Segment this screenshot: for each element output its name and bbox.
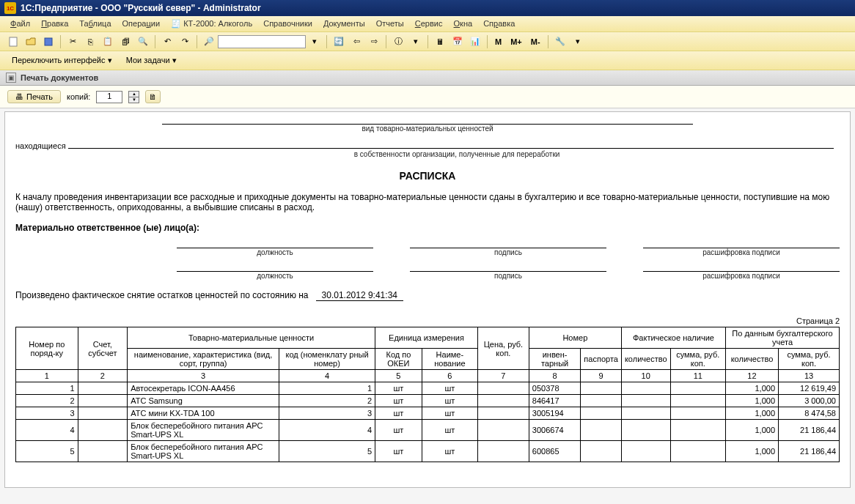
sig-position-2: должность [177,272,373,280]
h-acc-sum: сумма, руб. коп. [779,349,840,370]
signature-row-1: должность подпись расшифровка подписи [177,246,840,256]
inventory-table: Номер по поряд-ку Счет, субсчет Товарно-… [15,327,840,462]
memory-m-plus[interactable]: M+ [506,36,526,48]
h-acc: По данным бухгалтерского учета [725,327,839,349]
menu-table[interactable]: Таблица [75,18,115,29]
doc-copy-icon[interactable]: 🗐 [117,34,133,49]
signature-row-2: должность подпись расшифровка подписи [177,270,840,280]
menu-docs[interactable]: Документы [319,18,370,29]
h-num-inv: инвен-тарный [529,349,581,370]
table-row: 4Блок бесперебойного питания APC Smart-U… [16,420,840,441]
new-icon[interactable] [5,34,21,49]
dropdown-arrow-icon[interactable]: ▾ [307,34,323,49]
chart-icon[interactable]: 📊 [467,34,483,49]
sig-decode-1: расшифровка подписи [643,248,840,256]
copies-input[interactable]: 1 [96,91,122,103]
close-tab-icon[interactable]: ▣ [6,73,16,83]
table-row: 5Блок бесперебойного питания APC Smart-U… [16,441,840,462]
table-row: 3ATC мини KX-TDA 1003штшт30051941,0008 4… [16,407,840,420]
redo-icon[interactable]: ↷ [177,34,193,49]
responsible-persons-label: Материально ответственное (ые) лицо(а): [15,223,840,233]
h-tmc: Товарно-материальные ценности [128,327,375,349]
h-order: Номер по поряд-ку [16,327,78,370]
save-icon[interactable] [40,34,56,49]
h-acc-qty: количество [725,349,778,370]
open-icon[interactable] [23,34,39,49]
menu-help[interactable]: Справка [479,18,519,29]
located-label: находящиеся [15,141,66,150]
sub-toolbar: Переключить интерфейс ▾ Мои задачи ▾ [0,51,855,70]
fact-date: 30.01.2012 9:41:34 [316,290,403,301]
wrench-dd-icon[interactable]: ▾ [570,34,586,49]
main-menu: Файл Правка Таблица Операции 🧾 КТ-2000: … [0,16,855,32]
undo-icon[interactable]: ↶ [159,34,175,49]
search-combo[interactable] [218,35,306,48]
preview-icon[interactable]: 🔍 [135,34,151,49]
h-unit: Единица измерения [375,327,478,349]
h-num-pass: паспорта [581,349,622,370]
menu-windows[interactable]: Окна [449,18,477,29]
fact-snapshot-line: Произведено фактическое снятие остатков … [15,290,840,300]
copies-spinner[interactable]: ▲▼ [128,91,139,103]
menu-file[interactable]: Файл [6,18,34,29]
sheet-icon: 🗎 [149,92,157,101]
copies-only-button[interactable]: 🗎 [145,90,161,103]
menu-edit[interactable]: Правка [37,18,73,29]
menu-refs[interactable]: Справочники [259,18,317,29]
sig-position-1: должность [177,248,373,256]
table-row: 1Автосекретарь ICON-AA4561штшт0503781,00… [16,382,840,395]
col-numbers-row: 12345678910111213 [16,370,840,382]
h-fact-qty: количество [621,349,670,370]
memory-m[interactable]: M [491,36,506,48]
svg-rect-1 [45,38,52,45]
h-fact: Фактическое наличие [621,327,725,349]
ownership-caption: в собственности организации, полученные … [74,150,840,158]
print-toolbar: 🖶Печать копий: 1 ▲▼ 🗎 [0,86,855,108]
copy-icon[interactable]: ⎘ [82,34,98,49]
h-account: Счет, субсчет [78,327,128,370]
h-tmc-code: код (номенклату рный номер) [279,349,375,370]
main-paragraph: К началу проведения инвентаризации все р… [15,192,840,212]
h-tmc-name: наименование, характеристика (вид, сорт,… [128,349,279,370]
menu-kt2000[interactable]: 🧾 КТ-2000: Алкоголь [166,18,257,29]
search-icon[interactable]: 🔎 [201,34,217,49]
menu-service[interactable]: Сервис [411,18,447,29]
sig-sign-2: подпись [410,272,606,280]
h-price: Цена, руб. коп. [478,327,529,370]
switch-interface[interactable]: Переключить интерфейс ▾ [6,54,118,67]
my-tasks[interactable]: Мои задачи ▾ [120,54,183,67]
h-number: Номер [529,327,621,349]
info-icon[interactable]: ⓘ [390,34,406,49]
memory-m-minus[interactable]: M- [526,36,545,48]
window-title: 1С:Предприятие - ООО "Русский север" - A… [21,3,261,13]
document-tab-bar: ▣ Печать документов [0,70,855,86]
main-toolbar: ✂ ⎘ 📋 🗐 🔍 ↶ ↷ 🔎 ▾ 🔄 ⇦ ⇨ ⓘ ▾ 🖩 📅 📊 M M+ M… [0,32,855,51]
info-dd-icon[interactable]: ▾ [408,34,424,49]
page-number: Страница 2 [15,316,840,325]
h-fact-sum: сумма, руб. коп. [670,349,725,370]
nav-fwd-icon[interactable]: ⇨ [366,34,382,49]
print-button[interactable]: 🖶Печать [7,90,61,103]
refresh-icon[interactable]: 🔄 [331,34,347,49]
h-unit-okei: Код по ОКЕИ [375,349,422,370]
cut-icon[interactable]: ✂ [65,34,81,49]
printer-icon: 🖶 [15,92,23,101]
title-bar: 1C 1С:Предприятие - ООО "Русский север" … [0,0,855,16]
sig-sign-1: подпись [410,248,606,256]
menu-operations[interactable]: Операции [118,18,164,29]
wrench-icon[interactable]: 🔧 [552,34,568,49]
receipt-heading: РАСПИСКА [15,170,840,182]
svg-rect-0 [10,37,17,46]
document-tab-title: Печать документов [21,73,98,82]
tmc-type-caption: вид товарно-материальных ценностей [15,125,840,133]
table-row: 2ATC Samsung2штшт8464171,0003 000,00 [16,395,840,407]
h-unit-name: Наиме-нование [422,349,477,370]
menu-reports[interactable]: Отчеты [372,18,408,29]
sig-decode-2: расшифровка подписи [643,272,840,280]
calc-icon[interactable]: 🖩 [432,34,448,49]
app-logo-icon: 1C [4,2,16,14]
nav-back-icon[interactable]: ⇦ [348,34,364,49]
calendar-icon[interactable]: 📅 [449,34,466,49]
paste-icon[interactable]: 📋 [100,34,116,49]
document-page: вид товарно-материальных ценностей наход… [4,111,851,488]
